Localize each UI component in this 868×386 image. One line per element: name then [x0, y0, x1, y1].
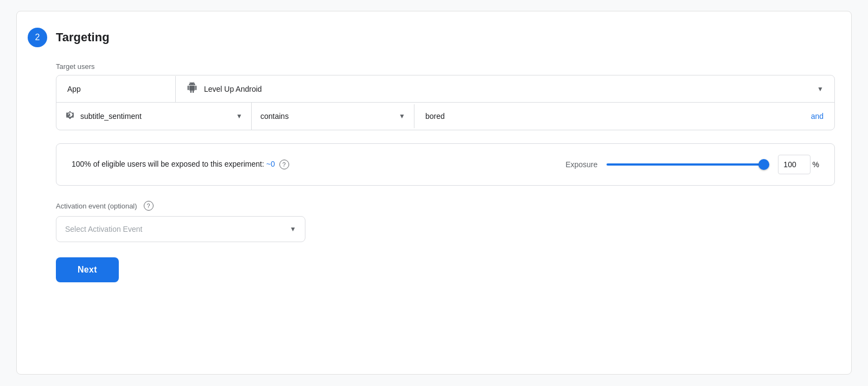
app-select-dropdown[interactable]: Level Up Android ▼ [176, 75, 834, 102]
filter-value-text: bored [425, 112, 445, 121]
android-icon [187, 82, 197, 96]
activation-help-icon[interactable]: ? [144, 201, 154, 211]
app-label: App [67, 85, 81, 93]
activation-section: Activation event (optional) ? Select Act… [56, 201, 835, 242]
exposure-input-group: % [778, 155, 819, 174]
property-icon [65, 110, 75, 122]
exposure-count-value: ~0 [266, 160, 275, 168]
content-area: Target users App Level Up Android ▼ [56, 62, 835, 282]
step-number: 2 [35, 33, 40, 42]
and-link[interactable]: and [811, 112, 824, 121]
exposure-label: Exposure [565, 160, 597, 169]
slider-container [607, 163, 769, 166]
exposure-number-input[interactable] [778, 155, 810, 174]
property-dropdown-arrow-icon: ▼ [236, 112, 242, 120]
filter-property-value: subtitle_sentiment [80, 112, 231, 121]
filter-value-cell: bored and [414, 104, 834, 128]
svg-rect-1 [68, 113, 70, 116]
exposure-controls: Exposure % [565, 155, 819, 174]
activation-event-dropdown[interactable]: Select Activation Event ▼ [56, 216, 305, 242]
page-container: 2 Targeting Target users App Level Up An… [16, 11, 852, 375]
step-badge: 2 [28, 28, 47, 47]
operator-dropdown-arrow-icon: ▼ [399, 112, 405, 120]
app-row: App Level Up Android ▼ [56, 75, 834, 103]
exposure-slider[interactable] [607, 163, 769, 166]
app-label-cell: App [56, 76, 176, 102]
activation-placeholder: Select Activation Event [65, 225, 142, 233]
exposure-text-prefix: 100% of eligible users will be exposed t… [72, 160, 264, 168]
activation-label: Activation event (optional) [56, 202, 137, 210]
filter-row: subtitle_sentiment ▼ contains ▼ bored an… [56, 103, 834, 130]
filter-operator-value: contains [260, 112, 393, 121]
app-dropdown-arrow-icon: ▼ [817, 85, 824, 93]
percent-label: % [813, 160, 819, 169]
activation-dropdown-arrow-icon: ▼ [290, 225, 296, 233]
next-button[interactable]: Next [56, 257, 119, 282]
target-users-label: Target users [56, 62, 835, 71]
activation-label-row: Activation event (optional) ? [56, 201, 835, 211]
filter-operator-dropdown[interactable]: contains ▼ [252, 104, 414, 128]
app-select-value: Level Up Android [204, 85, 810, 93]
exposure-text: 100% of eligible users will be exposed t… [72, 160, 554, 169]
filter-property-dropdown[interactable]: subtitle_sentiment ▼ [56, 103, 252, 130]
page-title: Targeting [56, 30, 110, 45]
exposure-help-icon[interactable]: ? [279, 160, 289, 169]
header-row: 2 Targeting [28, 28, 835, 47]
target-users-card: App Level Up Android ▼ [56, 75, 835, 130]
exposure-card: 100% of eligible users will be exposed t… [56, 143, 835, 186]
